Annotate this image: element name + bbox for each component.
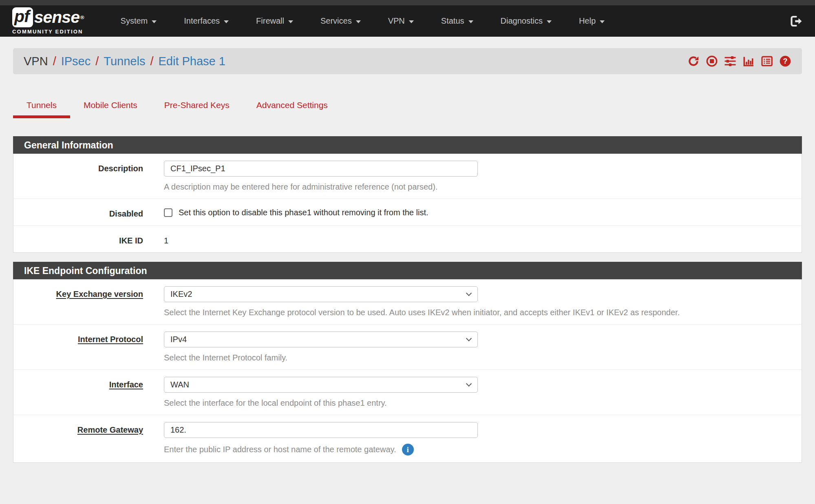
ike-endpoint-configuration-section: IKE Endpoint Configuration Key Exchange … xyxy=(13,262,802,463)
caret-down-icon xyxy=(547,20,552,23)
pfsense-logo[interactable]: pf sense ® COMMUNITY EDITION xyxy=(12,7,84,34)
registered-mark: ® xyxy=(80,14,84,20)
description-input[interactable] xyxy=(164,161,478,177)
breadcrumb-link-tunnels[interactable]: Tunnels xyxy=(104,55,145,68)
interface-row: Interface WAN Select the interface for t… xyxy=(13,370,802,415)
nav-menu: System Interfaces Firewall Services VPN … xyxy=(121,16,632,26)
log-list-icon[interactable] xyxy=(761,55,773,67)
remote-gateway-label: Remote Gateway xyxy=(24,422,143,455)
disabled-row: Disabled Set this option to disable this… xyxy=(13,199,802,226)
description-help: A description may be entered here for ad… xyxy=(164,182,791,192)
interface-help: Select the interface for the local endpo… xyxy=(164,398,791,408)
disabled-checkbox[interactable] xyxy=(164,208,172,217)
nav-item-status[interactable]: Status xyxy=(441,16,473,26)
top-navbar: pf sense ® COMMUNITY EDITION System Inte… xyxy=(0,5,815,37)
caret-down-icon xyxy=(288,20,293,23)
breadcrumb-separator: / xyxy=(95,55,99,68)
disabled-label: Disabled xyxy=(24,206,143,219)
key-exchange-version-help: Select the Internet Key Exchange protoco… xyxy=(164,308,791,317)
internet-protocol-selected: IPv4 xyxy=(170,335,187,344)
breadcrumb: VPN / IPsec / Tunnels / Edit Phase 1 xyxy=(13,48,802,74)
sense-logo-text: sense xyxy=(34,8,80,27)
nav-item-vpn[interactable]: VPN xyxy=(388,16,414,26)
caret-down-icon xyxy=(468,20,473,23)
tab-mobile-clients[interactable]: Mobile Clients xyxy=(70,98,151,118)
tab-tunnels[interactable]: Tunnels xyxy=(13,98,70,118)
key-exchange-version-row: Key Exchange version IKEv2 Select the In… xyxy=(13,279,802,325)
key-exchange-version-select[interactable]: IKEv2 xyxy=(164,286,478,302)
internet-protocol-row: Internet Protocol IPv4 Select the Intern… xyxy=(13,325,802,370)
internet-protocol-help: Select the Internet Protocol family. xyxy=(164,353,791,363)
help-icon[interactable]: ? xyxy=(779,55,791,67)
bar-chart-icon[interactable] xyxy=(742,55,755,67)
breadcrumb-separator: / xyxy=(150,55,153,68)
ike-id-label: IKE ID xyxy=(24,233,143,245)
breadcrumb-separator: / xyxy=(53,55,56,68)
sign-out-icon xyxy=(789,14,803,28)
svg-text:?: ? xyxy=(783,57,787,65)
caret-down-icon xyxy=(409,20,414,23)
internet-protocol-select[interactable]: IPv4 xyxy=(164,332,478,347)
community-edition-label: COMMUNITY EDITION xyxy=(12,29,84,35)
interface-selected: WAN xyxy=(170,380,189,389)
interface-select[interactable]: WAN xyxy=(164,377,478,393)
caret-down-icon xyxy=(224,20,229,23)
description-label: Description xyxy=(24,161,143,192)
caret-down-icon xyxy=(152,20,157,23)
interface-label: Interface xyxy=(24,377,143,408)
ike-id-row: IKE ID 1 xyxy=(13,226,802,252)
section-title-general-information: General Information xyxy=(13,136,802,154)
tab-pre-shared-keys[interactable]: Pre-Shared Keys xyxy=(151,98,243,118)
caret-down-icon xyxy=(356,20,361,23)
remote-gateway-input[interactable] xyxy=(164,422,478,438)
general-information-section: General Information Description A descri… xyxy=(13,136,802,253)
sign-out-button[interactable] xyxy=(789,14,803,28)
pf-logo-box: pf xyxy=(12,7,33,27)
nav-item-diagnostics[interactable]: Diagnostics xyxy=(501,16,552,26)
key-exchange-version-selected: IKEv2 xyxy=(170,290,192,299)
pfsense-logo-text: pf sense ® xyxy=(12,7,84,27)
internet-protocol-label: Internet Protocol xyxy=(24,332,143,363)
tab-advanced-settings[interactable]: Advanced Settings xyxy=(243,98,341,118)
stop-icon[interactable] xyxy=(706,55,718,67)
disabled-checkbox-text: Set this option to disable this phase1 w… xyxy=(179,208,428,217)
nav-item-system[interactable]: System xyxy=(121,16,157,26)
remote-gateway-row: Remote Gateway Enter the public IP addre… xyxy=(13,415,802,462)
breadcrumb-root: VPN xyxy=(24,55,48,68)
description-row: Description A description may be entered… xyxy=(13,154,802,199)
section-title-ike-endpoint-configuration: IKE Endpoint Configuration xyxy=(13,262,802,279)
caret-down-icon xyxy=(600,20,605,23)
tab-bar: Tunnels Mobile Clients Pre-Shared Keys A… xyxy=(13,98,802,118)
nav-item-interfaces[interactable]: Interfaces xyxy=(184,16,229,26)
nav-item-services[interactable]: Services xyxy=(320,16,361,26)
breadcrumb-current-edit-phase-1[interactable]: Edit Phase 1 xyxy=(158,55,225,68)
breadcrumb-link-ipsec[interactable]: IPsec xyxy=(61,55,91,68)
remote-gateway-help: Enter the public IP address or host name… xyxy=(164,444,791,455)
breadcrumb-actions: ? xyxy=(687,55,791,67)
nav-item-firewall[interactable]: Firewall xyxy=(256,16,293,26)
sliders-icon[interactable] xyxy=(724,55,736,67)
refresh-icon[interactable] xyxy=(687,55,700,67)
nav-item-help[interactable]: Help xyxy=(579,16,605,26)
ike-id-value: 1 xyxy=(164,233,791,245)
key-exchange-version-label: Key Exchange version xyxy=(24,286,143,317)
window-top-strip xyxy=(0,0,815,5)
info-icon[interactable]: i xyxy=(402,444,414,455)
